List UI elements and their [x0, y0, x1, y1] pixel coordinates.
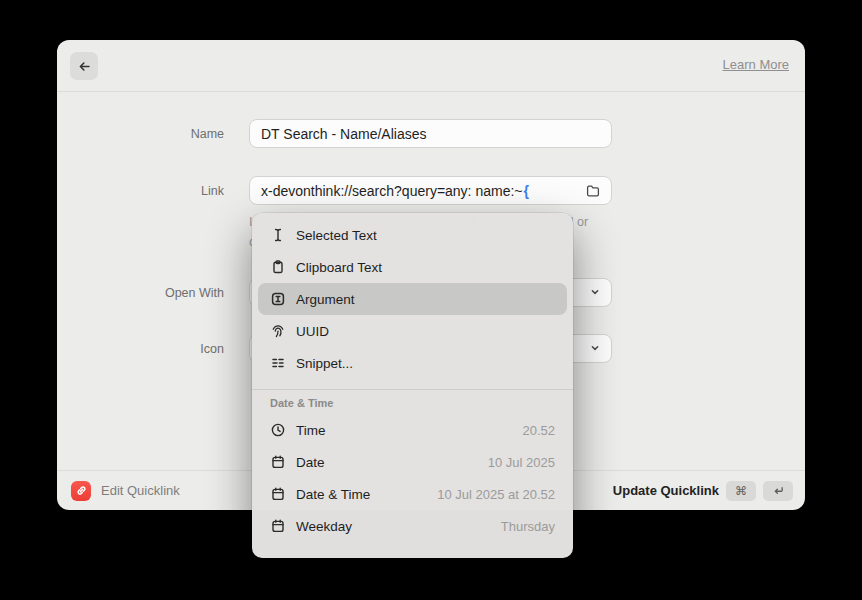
calendar-icon [270, 518, 286, 534]
menu-item-label: Clipboard Text [296, 260, 382, 275]
menu-item-label: Selected Text [296, 228, 377, 243]
menu-item-label: Argument [296, 292, 355, 307]
return-key-icon [763, 481, 793, 501]
clipboard-icon [270, 259, 286, 275]
calendar-icon [270, 454, 286, 470]
menu-item-label: Time [296, 423, 326, 438]
link-label: Link [57, 184, 224, 198]
menu-item-time[interactable]: Time 20.52 [258, 414, 567, 446]
menu-item-value: 20.52 [522, 423, 555, 438]
menu-item-label: UUID [296, 324, 329, 339]
link-input[interactable]: x-devonthink://search?query=any: name:~{ [249, 176, 612, 205]
menu-item-snippet[interactable]: Snippet... [258, 347, 567, 379]
mode-label: Edit Quicklink [101, 483, 180, 498]
menu-item-value: 10 Jul 2025 at 20.52 [437, 487, 555, 502]
menu-item-weekday[interactable]: Weekday Thursday [258, 510, 567, 542]
menu-item-label: Date & Time [296, 487, 370, 502]
argument-icon [270, 291, 286, 307]
menu-divider [252, 389, 573, 390]
chevron-down-icon [588, 285, 602, 299]
menu-item-date-time[interactable]: Date & Time 10 Jul 2025 at 20.52 [258, 478, 567, 510]
cmd-key-icon: ⌘ [726, 481, 756, 501]
link-row: Link x-devonthink://search?query=any: na… [57, 176, 805, 205]
text-cursor-icon [270, 227, 286, 243]
link-value: x-devonthink://search?query=any: name:~ [261, 183, 523, 199]
fingerprint-icon [270, 323, 286, 339]
clock-icon [270, 422, 286, 438]
menu-item-value: 10 Jul 2025 [488, 455, 555, 470]
choose-file-button[interactable] [582, 180, 604, 202]
menu-item-label: Date [296, 455, 325, 470]
update-quicklink-button[interactable]: Update Quicklink ⌘ [613, 481, 793, 501]
menu-item-label: Weekday [296, 519, 352, 534]
menu-item-label: Snippet... [296, 356, 353, 371]
snippet-icon [270, 355, 286, 371]
name-input[interactable]: DT Search - Name/Aliases [249, 119, 612, 148]
window-header: Learn More [57, 40, 805, 92]
back-arrow-icon [77, 59, 92, 74]
menu-item-argument[interactable]: Argument [258, 283, 567, 315]
menu-item-date[interactable]: Date 10 Jul 2025 [258, 446, 567, 478]
menu-item-selected-text[interactable]: Selected Text [258, 219, 567, 251]
link-pending-placeholder: { [524, 183, 529, 199]
icon-label: Icon [57, 342, 224, 356]
menu-item-clipboard-text[interactable]: Clipboard Text [258, 251, 567, 283]
name-row: Name DT Search - Name/Aliases [57, 119, 805, 148]
open-with-label: Open With [57, 286, 224, 300]
folder-icon [585, 183, 601, 199]
chevron-down-icon [588, 341, 602, 355]
calendar-icon [270, 486, 286, 502]
learn-more-link[interactable]: Learn More [723, 57, 789, 72]
menu-item-uuid[interactable]: UUID [258, 315, 567, 347]
back-button[interactable] [70, 52, 98, 80]
name-value: DT Search - Name/Aliases [261, 126, 426, 142]
quicklink-app-icon [71, 481, 91, 501]
name-label: Name [57, 127, 224, 141]
update-quicklink-label: Update Quicklink [613, 483, 719, 498]
menu-section-header: Date & Time [258, 393, 567, 414]
placeholder-dropdown-menu: Selected Text Clipboard Text Argument UU… [252, 213, 573, 558]
menu-item-value: Thursday [501, 519, 555, 534]
